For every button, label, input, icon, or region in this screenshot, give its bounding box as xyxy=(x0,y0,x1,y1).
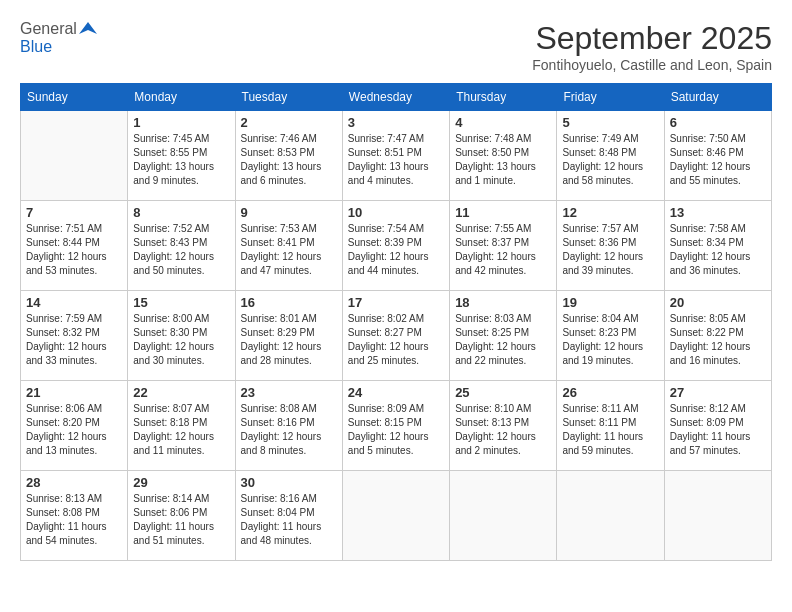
day-info: Sunrise: 8:06 AM Sunset: 8:20 PM Dayligh… xyxy=(26,402,122,458)
day-info: Sunrise: 8:09 AM Sunset: 8:15 PM Dayligh… xyxy=(348,402,444,458)
calendar-cell: 26Sunrise: 8:11 AM Sunset: 8:11 PM Dayli… xyxy=(557,381,664,471)
calendar-header-sunday: Sunday xyxy=(21,84,128,111)
day-number: 2 xyxy=(241,115,337,130)
day-info: Sunrise: 7:55 AM Sunset: 8:37 PM Dayligh… xyxy=(455,222,551,278)
calendar-cell xyxy=(450,471,557,561)
day-number: 19 xyxy=(562,295,658,310)
day-info: Sunrise: 7:54 AM Sunset: 8:39 PM Dayligh… xyxy=(348,222,444,278)
day-number: 3 xyxy=(348,115,444,130)
day-number: 27 xyxy=(670,385,766,400)
calendar-cell xyxy=(664,471,771,561)
day-info: Sunrise: 7:48 AM Sunset: 8:50 PM Dayligh… xyxy=(455,132,551,188)
calendar-cell: 14Sunrise: 7:59 AM Sunset: 8:32 PM Dayli… xyxy=(21,291,128,381)
day-info: Sunrise: 7:57 AM Sunset: 8:36 PM Dayligh… xyxy=(562,222,658,278)
calendar-cell: 30Sunrise: 8:16 AM Sunset: 8:04 PM Dayli… xyxy=(235,471,342,561)
calendar-cell: 23Sunrise: 8:08 AM Sunset: 8:16 PM Dayli… xyxy=(235,381,342,471)
calendar-header-row: SundayMondayTuesdayWednesdayThursdayFrid… xyxy=(21,84,772,111)
day-number: 21 xyxy=(26,385,122,400)
day-info: Sunrise: 8:10 AM Sunset: 8:13 PM Dayligh… xyxy=(455,402,551,458)
calendar-cell: 27Sunrise: 8:12 AM Sunset: 8:09 PM Dayli… xyxy=(664,381,771,471)
calendar-cell: 10Sunrise: 7:54 AM Sunset: 8:39 PM Dayli… xyxy=(342,201,449,291)
day-info: Sunrise: 7:52 AM Sunset: 8:43 PM Dayligh… xyxy=(133,222,229,278)
day-info: Sunrise: 7:53 AM Sunset: 8:41 PM Dayligh… xyxy=(241,222,337,278)
calendar-header-monday: Monday xyxy=(128,84,235,111)
calendar-cell: 2Sunrise: 7:46 AM Sunset: 8:53 PM Daylig… xyxy=(235,111,342,201)
day-number: 11 xyxy=(455,205,551,220)
calendar-cell: 7Sunrise: 7:51 AM Sunset: 8:44 PM Daylig… xyxy=(21,201,128,291)
day-number: 1 xyxy=(133,115,229,130)
calendar-cell: 25Sunrise: 8:10 AM Sunset: 8:13 PM Dayli… xyxy=(450,381,557,471)
day-number: 29 xyxy=(133,475,229,490)
day-info: Sunrise: 8:03 AM Sunset: 8:25 PM Dayligh… xyxy=(455,312,551,368)
day-info: Sunrise: 7:45 AM Sunset: 8:55 PM Dayligh… xyxy=(133,132,229,188)
calendar-week-row: 28Sunrise: 8:13 AM Sunset: 8:08 PM Dayli… xyxy=(21,471,772,561)
calendar-cell: 12Sunrise: 7:57 AM Sunset: 8:36 PM Dayli… xyxy=(557,201,664,291)
logo-blue-text: Blue xyxy=(20,38,52,56)
day-info: Sunrise: 7:46 AM Sunset: 8:53 PM Dayligh… xyxy=(241,132,337,188)
month-title: September 2025 xyxy=(532,20,772,57)
calendar-cell: 21Sunrise: 8:06 AM Sunset: 8:20 PM Dayli… xyxy=(21,381,128,471)
calendar-cell: 22Sunrise: 8:07 AM Sunset: 8:18 PM Dayli… xyxy=(128,381,235,471)
calendar-cell xyxy=(21,111,128,201)
calendar-cell: 28Sunrise: 8:13 AM Sunset: 8:08 PM Dayli… xyxy=(21,471,128,561)
calendar-cell: 4Sunrise: 7:48 AM Sunset: 8:50 PM Daylig… xyxy=(450,111,557,201)
calendar-cell: 20Sunrise: 8:05 AM Sunset: 8:22 PM Dayli… xyxy=(664,291,771,381)
svg-marker-0 xyxy=(79,22,97,34)
day-number: 18 xyxy=(455,295,551,310)
day-number: 20 xyxy=(670,295,766,310)
day-number: 4 xyxy=(455,115,551,130)
calendar-cell: 29Sunrise: 8:14 AM Sunset: 8:06 PM Dayli… xyxy=(128,471,235,561)
day-number: 23 xyxy=(241,385,337,400)
calendar-table: SundayMondayTuesdayWednesdayThursdayFrid… xyxy=(20,83,772,561)
day-info: Sunrise: 8:04 AM Sunset: 8:23 PM Dayligh… xyxy=(562,312,658,368)
day-number: 10 xyxy=(348,205,444,220)
day-number: 16 xyxy=(241,295,337,310)
day-info: Sunrise: 8:14 AM Sunset: 8:06 PM Dayligh… xyxy=(133,492,229,548)
day-number: 28 xyxy=(26,475,122,490)
calendar-cell: 17Sunrise: 8:02 AM Sunset: 8:27 PM Dayli… xyxy=(342,291,449,381)
day-info: Sunrise: 8:16 AM Sunset: 8:04 PM Dayligh… xyxy=(241,492,337,548)
calendar-cell: 5Sunrise: 7:49 AM Sunset: 8:48 PM Daylig… xyxy=(557,111,664,201)
day-info: Sunrise: 8:12 AM Sunset: 8:09 PM Dayligh… xyxy=(670,402,766,458)
day-info: Sunrise: 8:11 AM Sunset: 8:11 PM Dayligh… xyxy=(562,402,658,458)
day-number: 17 xyxy=(348,295,444,310)
day-info: Sunrise: 8:01 AM Sunset: 8:29 PM Dayligh… xyxy=(241,312,337,368)
calendar-cell: 3Sunrise: 7:47 AM Sunset: 8:51 PM Daylig… xyxy=(342,111,449,201)
calendar-cell: 9Sunrise: 7:53 AM Sunset: 8:41 PM Daylig… xyxy=(235,201,342,291)
day-info: Sunrise: 8:05 AM Sunset: 8:22 PM Dayligh… xyxy=(670,312,766,368)
day-number: 30 xyxy=(241,475,337,490)
day-info: Sunrise: 7:51 AM Sunset: 8:44 PM Dayligh… xyxy=(26,222,122,278)
location-text: Fontihoyuelo, Castille and Leon, Spain xyxy=(532,57,772,73)
calendar-header-wednesday: Wednesday xyxy=(342,84,449,111)
calendar-week-row: 14Sunrise: 7:59 AM Sunset: 8:32 PM Dayli… xyxy=(21,291,772,381)
day-info: Sunrise: 8:02 AM Sunset: 8:27 PM Dayligh… xyxy=(348,312,444,368)
calendar-cell: 24Sunrise: 8:09 AM Sunset: 8:15 PM Dayli… xyxy=(342,381,449,471)
day-number: 22 xyxy=(133,385,229,400)
calendar-cell: 19Sunrise: 8:04 AM Sunset: 8:23 PM Dayli… xyxy=(557,291,664,381)
calendar-cell xyxy=(342,471,449,561)
day-info: Sunrise: 7:59 AM Sunset: 8:32 PM Dayligh… xyxy=(26,312,122,368)
day-number: 25 xyxy=(455,385,551,400)
calendar-cell: 8Sunrise: 7:52 AM Sunset: 8:43 PM Daylig… xyxy=(128,201,235,291)
calendar-cell: 15Sunrise: 8:00 AM Sunset: 8:30 PM Dayli… xyxy=(128,291,235,381)
calendar-week-row: 1Sunrise: 7:45 AM Sunset: 8:55 PM Daylig… xyxy=(21,111,772,201)
day-number: 7 xyxy=(26,205,122,220)
calendar-cell: 16Sunrise: 8:01 AM Sunset: 8:29 PM Dayli… xyxy=(235,291,342,381)
day-info: Sunrise: 8:00 AM Sunset: 8:30 PM Dayligh… xyxy=(133,312,229,368)
day-number: 6 xyxy=(670,115,766,130)
calendar-header-thursday: Thursday xyxy=(450,84,557,111)
day-number: 5 xyxy=(562,115,658,130)
day-number: 12 xyxy=(562,205,658,220)
logo: General Blue xyxy=(20,20,97,56)
calendar-header-saturday: Saturday xyxy=(664,84,771,111)
calendar-header-friday: Friday xyxy=(557,84,664,111)
calendar-cell: 1Sunrise: 7:45 AM Sunset: 8:55 PM Daylig… xyxy=(128,111,235,201)
day-info: Sunrise: 7:47 AM Sunset: 8:51 PM Dayligh… xyxy=(348,132,444,188)
calendar-cell: 18Sunrise: 8:03 AM Sunset: 8:25 PM Dayli… xyxy=(450,291,557,381)
calendar-header-tuesday: Tuesday xyxy=(235,84,342,111)
calendar-cell: 6Sunrise: 7:50 AM Sunset: 8:46 PM Daylig… xyxy=(664,111,771,201)
day-info: Sunrise: 7:50 AM Sunset: 8:46 PM Dayligh… xyxy=(670,132,766,188)
calendar-cell xyxy=(557,471,664,561)
day-number: 15 xyxy=(133,295,229,310)
calendar-cell: 13Sunrise: 7:58 AM Sunset: 8:34 PM Dayli… xyxy=(664,201,771,291)
